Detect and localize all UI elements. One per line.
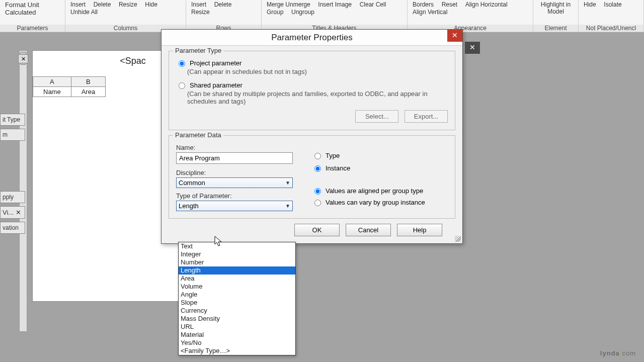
chevron-down-icon: ▼ bbox=[285, 203, 290, 209]
type-option[interactable]: <Family Type…> bbox=[179, 347, 295, 355]
project-parameter-radio[interactable] bbox=[179, 60, 185, 67]
export-button[interactable]: Export... bbox=[405, 110, 448, 123]
ribbon-btn-row-resize[interactable]: Resize bbox=[188, 9, 213, 16]
ribbon-group-notplaced: Not Placed/Unencl bbox=[579, 25, 643, 32]
select-button[interactable]: Select... bbox=[355, 110, 398, 123]
shared-parameter-radio[interactable] bbox=[179, 82, 185, 89]
ribbon-btn-merge[interactable]: Merge Unmerge bbox=[264, 1, 313, 8]
type-option[interactable]: Material bbox=[179, 331, 295, 339]
type-option[interactable]: Volume bbox=[179, 283, 295, 291]
type-option[interactable]: Text bbox=[179, 242, 295, 250]
project-parameter-label: Project parameter bbox=[190, 59, 242, 67]
parameter-type-group: Parameter Type Project parameter (Can ap… bbox=[169, 51, 455, 130]
vary-radio-label: Values can vary by group instance bbox=[326, 199, 425, 206]
dialog-titlebar[interactable]: Parameter Properties ✕ ✕ bbox=[162, 30, 462, 46]
type-radio[interactable] bbox=[314, 153, 321, 159]
parameter-properties-dialog: Parameter Properties ✕ ✕ Parameter Type … bbox=[161, 29, 463, 244]
type-radio-label: Type bbox=[326, 152, 340, 159]
ribbon-btn-row-insert[interactable]: Insert bbox=[188, 1, 209, 8]
cancel-button[interactable]: Cancel bbox=[346, 224, 391, 236]
type-option[interactable]: Length bbox=[179, 266, 295, 275]
type-option[interactable]: Currency bbox=[179, 307, 295, 315]
ribbon-btn-ungroup[interactable]: Ungroup bbox=[288, 9, 317, 16]
ribbon-btn-col-insert[interactable]: Insert bbox=[67, 1, 89, 8]
type-option[interactable]: Slope bbox=[179, 299, 295, 307]
aligned-radio[interactable] bbox=[314, 188, 321, 195]
ribbon-btn-insert-image[interactable]: Insert Image bbox=[315, 1, 355, 8]
ribbon-btn-calculated[interactable]: Calculated bbox=[2, 9, 39, 16]
type-option[interactable]: Integer bbox=[179, 250, 295, 258]
ribbon-btn-row-delete[interactable]: Delete bbox=[211, 1, 235, 8]
m-stub: m bbox=[0, 129, 25, 141]
type-option[interactable]: URL bbox=[179, 323, 295, 331]
ribbon-btn-np-hide[interactable]: Hide bbox=[581, 1, 599, 8]
col-header-b[interactable]: B bbox=[71, 77, 105, 87]
type-of-parameter-label: Type of Parameter: bbox=[176, 192, 297, 200]
schedule-table: AB NameArea bbox=[33, 76, 106, 97]
ribbon-btn-clear-cell[interactable]: Clear Cell bbox=[357, 1, 389, 8]
shared-parameter-hint: (Can be shared by multiple projects and … bbox=[187, 90, 448, 105]
sheet-close-button[interactable]: ✕ bbox=[18, 54, 28, 63]
cell-area-header[interactable]: Area bbox=[71, 87, 105, 97]
type-option[interactable]: Area bbox=[179, 275, 295, 283]
discipline-dropdown[interactable]: Common ▼ bbox=[176, 177, 293, 188]
ribbon-group-element: Element bbox=[533, 25, 578, 32]
ribbon-btn-highlight[interactable]: Highlight in Model bbox=[535, 1, 576, 15]
parameter-data-group: Parameter Data Name: Discipline: Common … bbox=[169, 135, 455, 219]
help-button[interactable]: Help bbox=[397, 224, 442, 236]
shared-parameter-label: Shared parameter bbox=[190, 81, 243, 89]
secondary-close-button[interactable]: ✕ bbox=[465, 42, 480, 54]
chevron-down-icon: ▼ bbox=[285, 180, 290, 186]
ok-button[interactable]: OK bbox=[294, 224, 340, 236]
edit-type-stub[interactable]: it Type bbox=[0, 114, 25, 126]
apply-stub[interactable]: pply bbox=[0, 191, 25, 203]
ribbon-group-parameters: Parameters bbox=[0, 25, 65, 32]
type-option[interactable]: Mass Density bbox=[179, 315, 295, 323]
ribbon-btn-col-delete[interactable]: Delete bbox=[91, 1, 114, 8]
type-option[interactable]: Yes/No bbox=[179, 339, 295, 347]
watermark: lynda.com bbox=[600, 343, 636, 359]
col-header-a[interactable]: A bbox=[33, 77, 71, 87]
vary-radio[interactable] bbox=[314, 200, 321, 206]
instance-radio[interactable] bbox=[314, 165, 321, 172]
ribbon-btn-format-unit[interactable]: Format Unit bbox=[2, 1, 42, 9]
ribbon-btn-group[interactable]: Group bbox=[264, 9, 286, 16]
ribbon-btn-align-h[interactable]: Align Horizontal bbox=[462, 1, 511, 8]
ribbon-btn-align-v[interactable]: Align Vertical bbox=[410, 9, 450, 16]
ribbon-btn-reset[interactable]: Reset bbox=[439, 1, 460, 8]
discipline-value: Common bbox=[179, 179, 205, 187]
instance-radio-label: Instance bbox=[326, 164, 350, 172]
close-icon[interactable]: ✕ bbox=[16, 209, 21, 216]
type-of-parameter-dropdown[interactable]: Length ▼ bbox=[176, 201, 293, 211]
view-stub[interactable]: Vi... ✕ bbox=[0, 206, 25, 219]
ribbon-btn-np-isolate[interactable]: Isolate bbox=[601, 1, 624, 8]
parameter-data-title: Parameter Data bbox=[173, 131, 223, 139]
ribbon-btn-borders[interactable]: Borders bbox=[410, 1, 437, 8]
type-of-parameter-options[interactable]: TextIntegerNumberLengthAreaVolumeAngleSl… bbox=[178, 242, 296, 355]
project-parameter-hint: (Can appear in schedules but not in tags… bbox=[187, 68, 448, 75]
dialog-close-button[interactable]: ✕ bbox=[447, 30, 462, 42]
name-input[interactable] bbox=[176, 152, 293, 164]
discipline-label: Discipline: bbox=[176, 169, 297, 176]
name-label: Name: bbox=[176, 144, 297, 151]
aligned-radio-label: Values are aligned per group type bbox=[326, 187, 423, 195]
dialog-button-row: OK Cancel Help bbox=[294, 224, 455, 236]
properties-panel-stub: it Type m pply Vi... ✕ vation bbox=[0, 111, 25, 237]
cell-name-header[interactable]: Name bbox=[33, 87, 71, 97]
resize-grip[interactable] bbox=[455, 236, 461, 242]
type-option[interactable]: Angle bbox=[179, 291, 295, 299]
ribbon: Format Unit Calculated Parameters Insert… bbox=[0, 0, 644, 32]
type-option[interactable]: Number bbox=[179, 258, 295, 266]
dialog-title: Parameter Properties bbox=[271, 33, 353, 43]
ribbon-btn-col-unhide[interactable]: Unhide All bbox=[67, 9, 101, 16]
ribbon-btn-col-resize[interactable]: Resize bbox=[116, 1, 140, 8]
parameter-type-title: Parameter Type bbox=[173, 47, 223, 54]
ribbon-btn-col-hide[interactable]: Hide bbox=[142, 1, 160, 8]
vation-stub: vation bbox=[0, 222, 25, 234]
type-of-parameter-value: Length bbox=[179, 202, 199, 210]
